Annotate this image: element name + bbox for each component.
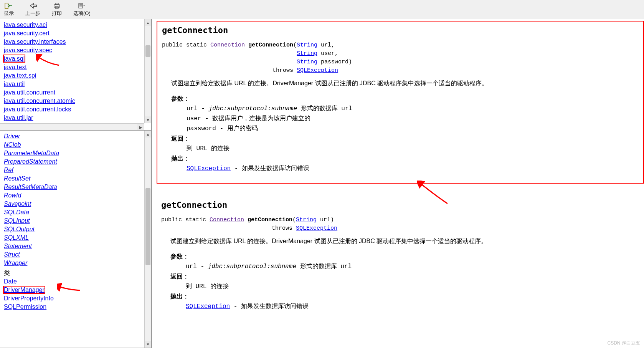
method-title: getConnection bbox=[161, 200, 639, 210]
class-panel: Driver NClob ParameterMetaData PreparedS… bbox=[0, 131, 151, 348]
print-button[interactable]: 打印 bbox=[52, 2, 62, 17]
class-link[interactable]: Date bbox=[4, 278, 17, 285]
type-link-connection[interactable]: Connection bbox=[210, 217, 244, 223]
class-link[interactable]: PreparedStatement bbox=[4, 158, 57, 165]
svg-rect-2 bbox=[55, 3, 58, 5]
left-sidebar: java.security.aci java.security.cert jav… bbox=[0, 19, 152, 348]
back-label: 上一步 bbox=[25, 10, 40, 17]
throws-value: SQLException - 如果发生数据库访问错误 bbox=[186, 302, 639, 312]
class-link[interactable]: ParameterMetaData bbox=[4, 150, 59, 156]
package-link[interactable]: java.text bbox=[4, 64, 27, 70]
method-description: 试图建立到给定数据库 URL 的连接。DriverManager 试图从已注册的… bbox=[171, 80, 639, 88]
method-signature: public static Connection getConnection(S… bbox=[162, 41, 639, 75]
class-link[interactable]: SQLInput bbox=[4, 217, 30, 224]
class-link[interactable]: Struct bbox=[4, 251, 20, 258]
throws-link[interactable]: SQLException bbox=[187, 165, 231, 172]
options-icon bbox=[77, 2, 86, 9]
print-label: 打印 bbox=[52, 10, 62, 17]
package-link[interactable]: java.security.interfaces bbox=[4, 38, 66, 45]
svg-rect-0 bbox=[5, 3, 8, 8]
type-link-sqlexception[interactable]: SQLException bbox=[296, 225, 337, 232]
scroll-up-icon[interactable]: ▲ bbox=[145, 19, 151, 26]
method-title: getConnection bbox=[162, 25, 639, 35]
package-link[interactable]: java.util.jar bbox=[4, 114, 33, 121]
show-icon bbox=[4, 2, 13, 9]
show-label: 显示 bbox=[4, 10, 14, 17]
class-link[interactable]: Ref bbox=[4, 167, 13, 173]
class-link[interactable]: SQLPermission bbox=[4, 303, 46, 310]
method-details: 参数： url - jdbc:subprotocol:subname 形式的数据… bbox=[171, 94, 639, 174]
class-link[interactable]: DriverPropertyInfo bbox=[4, 295, 54, 302]
package-list: java.security.aci java.security.cert jav… bbox=[0, 19, 151, 131]
package-link[interactable]: java.security.aci bbox=[4, 22, 47, 28]
class-link[interactable]: ResultSetMetaData bbox=[4, 184, 57, 190]
options-label: 选项(O) bbox=[73, 10, 91, 17]
package-link[interactable]: java.util bbox=[4, 81, 25, 87]
params-label: 参数： bbox=[171, 94, 639, 104]
horizontal-scrollbar[interactable]: ▶ bbox=[0, 123, 144, 130]
scroll-right-icon[interactable]: ▶ bbox=[137, 124, 144, 131]
package-link[interactable]: java.security.cert bbox=[4, 30, 50, 36]
class-link[interactable]: Statement bbox=[4, 243, 32, 249]
scroll-up-icon[interactable]: ▲ bbox=[145, 131, 151, 138]
classes-heading: 类 bbox=[4, 269, 147, 277]
print-icon bbox=[52, 2, 61, 9]
class-link[interactable]: SQLXML bbox=[4, 234, 29, 241]
package-link[interactable]: java.util.concurrent bbox=[4, 89, 55, 96]
class-link[interactable]: RowId bbox=[4, 192, 21, 199]
scrollbar-thumb[interactable] bbox=[145, 188, 150, 265]
type-link-string[interactable]: String bbox=[297, 59, 317, 65]
returns-value: 到 URL 的连接 bbox=[186, 282, 639, 292]
back-icon bbox=[28, 2, 38, 9]
class-link[interactable]: ResultSet bbox=[4, 175, 30, 182]
class-link[interactable]: Driver bbox=[4, 133, 20, 139]
param-url: url - jdbc:subprotocol:subname 形式的数据库 ur… bbox=[186, 262, 639, 272]
type-link-sqlexception[interactable]: SQLException bbox=[297, 67, 338, 74]
type-link-string[interactable]: String bbox=[297, 42, 317, 48]
package-link-java-sql[interactable]: java.sql bbox=[4, 55, 25, 62]
back-button[interactable]: 上一步 bbox=[25, 2, 40, 17]
show-button[interactable]: 显示 bbox=[4, 2, 14, 17]
class-link[interactable]: SQLOutput bbox=[4, 226, 35, 232]
scrollbar-thumb[interactable] bbox=[145, 45, 150, 57]
scroll-down-icon[interactable]: ▼ bbox=[145, 116, 151, 123]
main-content[interactable]: getConnection public static Connection g… bbox=[152, 19, 644, 348]
throws-link[interactable]: SQLException bbox=[186, 303, 230, 310]
param-password: password - 用户的密码 bbox=[187, 124, 639, 134]
method-description: 试图建立到给定数据库 URL 的连接。DriverManager 试图从已注册的… bbox=[170, 237, 639, 245]
type-link-string[interactable]: String bbox=[296, 217, 317, 223]
method-getconnection-1arg: getConnection public static Connection g… bbox=[157, 196, 644, 321]
type-link-connection[interactable]: Connection bbox=[210, 42, 245, 48]
method-getconnection-3arg: getConnection public static Connection g… bbox=[157, 21, 644, 184]
method-signature: public static Connection getConnection(S… bbox=[161, 216, 639, 233]
toolbar: 显示 上一步 打印 选项(O) bbox=[0, 0, 644, 19]
package-link[interactable]: java.util.concurrent.locks bbox=[4, 106, 71, 113]
returns-value: 到 URL 的连接 bbox=[187, 144, 639, 154]
svg-rect-1 bbox=[54, 5, 59, 7]
returns-label: 返回： bbox=[171, 134, 639, 144]
type-link-string[interactable]: String bbox=[297, 50, 317, 57]
param-url: url - jdbc:subprotocol:subname 形式的数据库 ur… bbox=[187, 104, 639, 114]
throws-label: 抛出： bbox=[170, 292, 639, 302]
watermark: CSDN @白豆五 bbox=[607, 340, 640, 346]
returns-label: 返回： bbox=[170, 272, 639, 282]
package-link[interactable]: java.util.concurrent.atomic bbox=[4, 98, 75, 104]
param-user: user - 数据库用户，连接是为该用户建立的 bbox=[187, 114, 639, 124]
separator bbox=[157, 190, 639, 190]
class-link[interactable]: Wrapper bbox=[4, 260, 27, 266]
class-link[interactable]: Savepoint bbox=[4, 201, 31, 207]
throws-label: 抛出： bbox=[171, 154, 639, 164]
vertical-scrollbar[interactable]: ▲ ▼ bbox=[144, 131, 151, 348]
package-link[interactable]: java.text.spi bbox=[4, 72, 36, 79]
class-list: Driver NClob ParameterMetaData PreparedS… bbox=[0, 131, 151, 313]
vertical-scrollbar[interactable]: ▲ ▼ bbox=[144, 19, 151, 123]
class-link-drivermanager[interactable]: DriverManager bbox=[4, 287, 45, 293]
package-link[interactable]: java.security.spec bbox=[4, 47, 52, 53]
method-details: 参数： url - jdbc:subprotocol:subname 形式的数据… bbox=[170, 252, 639, 312]
package-panel: java.security.aci java.security.cert jav… bbox=[0, 19, 151, 131]
throws-value: SQLException - 如果发生数据库访问错误 bbox=[187, 164, 639, 174]
class-link[interactable]: NClob bbox=[4, 141, 21, 148]
options-button[interactable]: 选项(O) bbox=[73, 2, 91, 17]
class-link[interactable]: SQLData bbox=[4, 209, 29, 215]
scroll-down-icon[interactable]: ▼ bbox=[145, 341, 151, 348]
